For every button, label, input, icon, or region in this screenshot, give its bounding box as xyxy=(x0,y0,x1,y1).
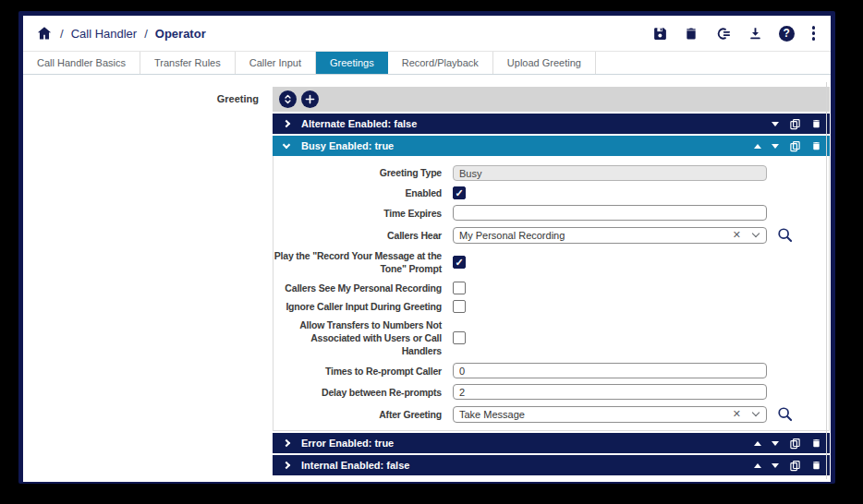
copy-icon[interactable] xyxy=(789,460,801,472)
greeting-toolbar xyxy=(273,87,830,112)
header-actions xyxy=(652,26,817,42)
field-label: Allow Transfers to Numbers Not Associate… xyxy=(273,318,442,358)
ignore-caller-input-checkbox[interactable] xyxy=(453,300,466,313)
breadcrumb: / Call Handler / Operator xyxy=(36,25,206,42)
callers-hear-select[interactable]: My Personal Recording xyxy=(453,227,767,244)
search-icon[interactable] xyxy=(776,405,794,423)
field-times-reprompt: Times to Re-prompt Caller xyxy=(273,363,829,378)
clear-icon[interactable] xyxy=(733,409,741,419)
chevron-down-icon[interactable] xyxy=(752,230,760,237)
tab-record-playback[interactable]: Record/Playback xyxy=(388,52,493,74)
download-icon[interactable] xyxy=(748,26,763,42)
field-ignore-caller-input: Ignore Caller Input During Greeting xyxy=(273,300,829,313)
play-record-prompt-checkbox[interactable] xyxy=(453,256,466,269)
tab-caller-input[interactable]: Caller Input xyxy=(236,52,316,74)
home-icon[interactable] xyxy=(36,25,53,42)
enabled-checkbox[interactable] xyxy=(453,186,466,199)
delete-icon[interactable] xyxy=(811,140,821,151)
panel-title: Internal Enabled: false xyxy=(301,460,409,471)
add-greeting-button[interactable] xyxy=(301,90,319,108)
delete-icon[interactable] xyxy=(811,118,821,129)
move-down-icon[interactable] xyxy=(772,463,779,468)
field-label: Enabled xyxy=(273,186,442,199)
plus-icon xyxy=(304,93,316,105)
panel-error-header[interactable]: Error Enabled: true xyxy=(273,433,830,453)
greeting-type-input xyxy=(453,165,767,181)
chevron-right-icon xyxy=(283,462,290,469)
panel-title: Error Enabled: true xyxy=(301,438,394,449)
chevron-down-icon[interactable] xyxy=(752,409,760,416)
chevron-down-icon xyxy=(283,140,290,148)
copy-icon[interactable] xyxy=(789,438,801,450)
panel-alternate-header[interactable]: Alternate Enabled: false xyxy=(273,114,830,134)
tab-transfer-rules[interactable]: Transfer Rules xyxy=(140,52,236,74)
search-icon[interactable] xyxy=(776,226,794,244)
field-play-record-prompt: Play the "Record Your Message at the Ton… xyxy=(273,249,829,275)
selected-value: My Personal Recording xyxy=(459,230,733,241)
move-down-icon[interactable] xyxy=(772,122,779,126)
field-enabled: Enabled xyxy=(273,186,829,199)
field-callers-hear: Callers Hear My Personal Recording xyxy=(273,226,829,244)
selected-value: Take Message xyxy=(459,409,733,420)
move-down-icon[interactable] xyxy=(772,144,779,149)
related-links-icon[interactable] xyxy=(714,26,732,42)
clear-icon[interactable] xyxy=(733,230,741,240)
copy-icon[interactable] xyxy=(789,140,801,152)
field-after-greeting: After Greeting Take Message xyxy=(273,405,829,423)
app-window: / Call Handler / Operator Call Handler B… xyxy=(18,11,835,484)
after-greeting-select[interactable]: Take Message xyxy=(453,406,767,423)
move-up-icon[interactable] xyxy=(754,463,761,468)
field-label: Play the "Record Your Message at the Ton… xyxy=(273,249,442,275)
field-label: Delay between Re-prompts xyxy=(273,386,442,399)
breadcrumb-separator: / xyxy=(60,27,64,41)
field-label: Ignore Caller Input During Greeting xyxy=(273,300,442,313)
breadcrumb-current-operator: Operator xyxy=(155,27,206,41)
panel-internal-header[interactable]: Internal Enabled: false xyxy=(273,455,830,475)
field-label: Greeting Type xyxy=(273,166,442,179)
chevron-right-icon xyxy=(283,120,290,127)
field-greeting-type: Greeting Type xyxy=(273,165,829,181)
chevron-right-icon xyxy=(283,439,290,447)
field-delay-reprompts: Delay between Re-prompts xyxy=(273,384,829,400)
field-allow-transfers: Allow Transfers to Numbers Not Associate… xyxy=(273,318,829,358)
content-area: Greeting Alternate Enabled: false xyxy=(23,75,831,482)
move-down-icon[interactable] xyxy=(772,441,779,446)
field-callers-see-recording: Callers See My Personal Recording xyxy=(273,282,829,294)
field-label: Times to Re-prompt Caller xyxy=(273,365,442,378)
field-label: After Greeting xyxy=(273,408,442,421)
greeting-field-label: Greeting xyxy=(23,87,259,482)
allow-transfers-checkbox[interactable] xyxy=(453,331,466,344)
copy-icon[interactable] xyxy=(789,118,801,130)
move-up-icon[interactable] xyxy=(754,144,761,149)
delay-reprompts-input[interactable] xyxy=(453,384,767,400)
delete-icon[interactable] xyxy=(811,460,821,471)
tab-bar: Call Handler Basics Transfer Rules Calle… xyxy=(23,52,831,75)
delete-icon[interactable] xyxy=(684,26,699,42)
save-icon[interactable] xyxy=(652,26,668,42)
times-reprompt-input[interactable] xyxy=(453,363,767,378)
expand-collapse-all-button[interactable] xyxy=(279,90,297,108)
greeting-section: Alternate Enabled: false Busy Enabled: t… xyxy=(273,87,830,482)
tab-upload-greeting[interactable]: Upload Greeting xyxy=(493,52,596,74)
tab-greetings[interactable]: Greetings xyxy=(316,52,388,74)
help-icon[interactable] xyxy=(779,26,795,42)
panel-title: Busy Enabled: true xyxy=(301,140,394,151)
panel-title: Alternate Enabled: false xyxy=(301,118,417,129)
move-up-icon[interactable] xyxy=(754,441,761,446)
callers-see-recording-checkbox[interactable] xyxy=(453,282,466,294)
field-time-expires: Time Expires xyxy=(273,205,829,221)
header-bar: / Call Handler / Operator xyxy=(23,16,831,52)
breadcrumb-separator: / xyxy=(144,27,148,41)
more-options-icon[interactable] xyxy=(810,26,817,40)
panel-busy-body: Greeting Type Enabled Time Expires Calle… xyxy=(273,156,830,431)
time-expires-input[interactable] xyxy=(453,205,767,221)
field-label: Callers Hear xyxy=(273,229,442,242)
expand-collapse-icon xyxy=(282,93,294,105)
tab-call-handler-basics[interactable]: Call Handler Basics xyxy=(23,52,140,74)
panel-busy-header[interactable]: Busy Enabled: true xyxy=(273,136,830,156)
scrollbar[interactable] xyxy=(826,82,827,479)
delete-icon[interactable] xyxy=(811,438,821,449)
breadcrumb-call-handler[interactable]: Call Handler xyxy=(71,27,138,41)
field-label: Time Expires xyxy=(273,207,442,220)
field-label: Callers See My Personal Recording xyxy=(273,282,442,294)
